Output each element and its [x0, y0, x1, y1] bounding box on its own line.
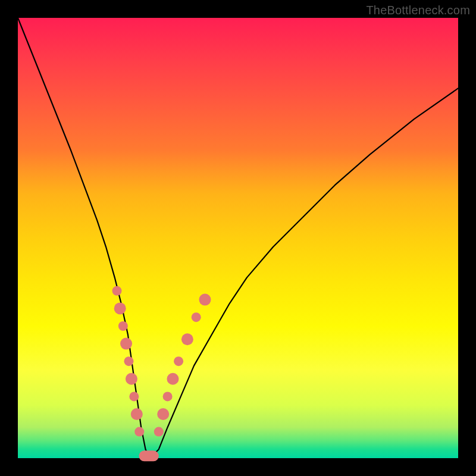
bottleneck-curve [18, 18, 458, 458]
highlight-dot [163, 392, 173, 401]
highlight-dot [167, 373, 178, 385]
highlight-dot [157, 408, 169, 420]
plot-area [18, 18, 458, 458]
highlight-dots-right [154, 294, 211, 437]
highlight-dots-left [112, 286, 145, 437]
highlight-dot [199, 294, 211, 306]
highlight-dot [129, 392, 139, 401]
highlight-dot [181, 333, 193, 345]
highlight-dot [192, 312, 201, 322]
watermark-label: TheBottleneck.com [366, 4, 470, 17]
highlight-dot [120, 338, 132, 350]
highlight-dot [118, 321, 128, 331]
highlight-dot [114, 302, 126, 314]
highlight-dot [131, 408, 143, 420]
highlight-dot [134, 427, 144, 437]
highlight-dot [112, 286, 122, 296]
highlight-dot [154, 427, 164, 437]
bottom-pill [139, 450, 159, 461]
highlight-dot [126, 373, 137, 385]
curve-svg [18, 18, 458, 458]
highlight-dot [124, 356, 133, 366]
highlight-dot [174, 356, 183, 366]
chart-frame: TheBottleneck.com [0, 0, 476, 476]
